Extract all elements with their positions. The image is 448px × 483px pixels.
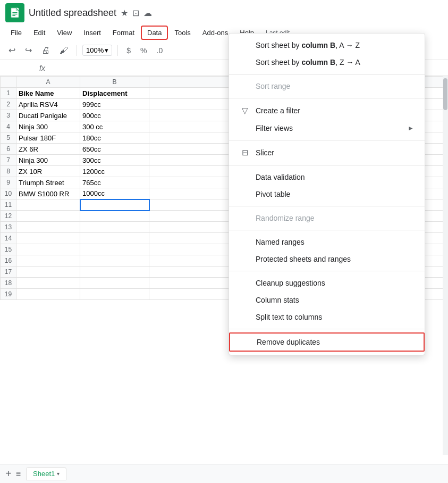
menu-label-sort-za: Sort sheet by column B, Z → A xyxy=(256,58,360,66)
cell-7-b[interactable]: 300cc xyxy=(80,155,149,166)
menu-icon-slicer: ⊟ xyxy=(240,148,250,157)
menu-addons[interactable]: Add-ons xyxy=(197,27,233,39)
row-number-16: 16 xyxy=(1,255,16,267)
row-number-5: 5 xyxy=(1,132,16,144)
cell-17-b[interactable] xyxy=(80,267,149,278)
cell-19-b[interactable] xyxy=(80,289,149,300)
menu-item-pivot-table[interactable]: Pivot table xyxy=(229,186,425,203)
menu-item-remove-duplicates[interactable]: Remove duplicates xyxy=(229,332,425,352)
menu-item-named-ranges[interactable]: Named ranges xyxy=(229,234,425,251)
cell-10-b[interactable]: 1000cc xyxy=(80,188,149,199)
row-number-18: 18 xyxy=(1,278,16,289)
cell-16-b[interactable] xyxy=(80,255,149,267)
toolbar-separator-2 xyxy=(117,45,118,56)
cell-14-a[interactable] xyxy=(16,233,80,244)
row-number-4: 4 xyxy=(1,121,16,132)
cell-9-a[interactable]: Triumph Street xyxy=(16,177,80,188)
menu-edit[interactable]: Edit xyxy=(28,27,50,39)
vertical-scrollbar[interactable] xyxy=(443,76,448,455)
sheet-tab-label: Sheet1 xyxy=(33,470,55,478)
row-number-13: 13 xyxy=(1,222,16,233)
menu-label-randomize-range: Randomize range xyxy=(256,214,315,222)
menu-label-pivot-table: Pivot table xyxy=(256,190,290,198)
add-sheet-button[interactable]: + xyxy=(5,468,12,480)
cell-6-a[interactable]: ZX 6R xyxy=(16,144,80,155)
row-number-15: 15 xyxy=(1,244,16,255)
cell-5-a[interactable]: Pulsar 180F xyxy=(16,132,80,144)
zoom-arrow-icon: ▾ xyxy=(105,46,108,54)
menu-view[interactable]: View xyxy=(52,27,77,39)
doc-title[interactable]: Untitled spreadsheet xyxy=(29,7,116,19)
cell-8-a[interactable]: ZX 10R xyxy=(16,166,80,177)
cell-7-a[interactable]: Ninja 300 xyxy=(16,155,80,166)
fx-label: fx xyxy=(36,64,48,72)
cell-15-b[interactable] xyxy=(80,244,149,255)
menu-item-split-text[interactable]: Split text to columns xyxy=(229,309,425,326)
sheet1-tab[interactable]: Sheet1 ▾ xyxy=(26,467,66,480)
svg-rect-2 xyxy=(12,12,17,13)
cell-12-a[interactable] xyxy=(16,211,80,222)
menu-label-filter-views: Filter views xyxy=(256,124,293,132)
sheet-tab-chevron: ▾ xyxy=(57,471,60,477)
cell-2-a[interactable]: Aprilia RSV4 xyxy=(16,99,80,110)
toolbar-separator-1 xyxy=(77,45,77,56)
menu-item-sort-za[interactable]: Sort sheet by column B, Z → A xyxy=(229,54,425,71)
data-dropdown-menu: Sort sheet by column B, A → ZSort sheet … xyxy=(229,33,425,355)
sheet-list-button[interactable]: ≡ xyxy=(16,469,21,479)
cell-11-b[interactable] xyxy=(80,199,149,211)
percent-button[interactable]: % xyxy=(137,44,150,57)
cell-13-b[interactable] xyxy=(80,222,149,233)
drive-icon[interactable]: ⊡ xyxy=(132,8,139,18)
menu-tools[interactable]: Tools xyxy=(169,27,196,39)
row-number-14: 14 xyxy=(1,233,16,244)
cell-18-b[interactable] xyxy=(80,278,149,289)
paint-format-button[interactable]: 🖌 xyxy=(56,44,71,57)
cell-5-b[interactable]: 180cc xyxy=(80,132,149,144)
cell-9-b[interactable]: 765cc xyxy=(80,177,149,188)
cell-13-a[interactable] xyxy=(16,222,80,233)
cell-18-a[interactable] xyxy=(16,278,80,289)
cell-6-b[interactable]: 650cc xyxy=(80,144,149,155)
zoom-control[interactable]: 100% ▾ xyxy=(82,45,112,56)
menu-item-protected-sheets[interactable]: Protected sheets and ranges xyxy=(229,251,425,268)
menu-item-cleanup[interactable]: Cleanup suggestions xyxy=(229,274,425,292)
star-icon[interactable]: ★ xyxy=(121,8,128,18)
cell-15-a[interactable] xyxy=(16,244,80,255)
cell-3-b[interactable]: 900cc xyxy=(80,110,149,121)
menu-format[interactable]: Format xyxy=(107,27,140,39)
menu-label-remove-duplicates: Remove duplicates xyxy=(257,338,320,346)
menu-item-sort-az[interactable]: Sort sheet by column B, A → Z xyxy=(229,37,425,54)
cell-3-a[interactable]: Ducati Panigale xyxy=(16,110,80,121)
currency-button[interactable]: $ xyxy=(123,44,134,57)
cell-8-b[interactable]: 1200cc xyxy=(80,166,149,177)
undo-button[interactable]: ↩ xyxy=(5,43,19,57)
menu-data[interactable]: Data xyxy=(141,26,168,40)
decimal-button[interactable]: .0 xyxy=(154,44,166,57)
cell-4-b[interactable]: 300 cc xyxy=(80,121,149,132)
menu-item-create-filter[interactable]: ▽Create a filter xyxy=(229,102,425,120)
menu-file[interactable]: File xyxy=(5,27,27,39)
menu-item-filter-views[interactable]: Filter views► xyxy=(229,120,425,137)
redo-button[interactable]: ↪ xyxy=(22,43,35,57)
col-header-b[interactable]: B xyxy=(80,77,149,88)
cell-1-b[interactable]: Displacement xyxy=(80,88,149,99)
scrollbar-thumb[interactable] xyxy=(443,78,447,110)
menu-item-column-stats[interactable]: Column stats xyxy=(229,292,425,309)
menu-insert[interactable]: Insert xyxy=(78,27,106,39)
cell-14-b[interactable] xyxy=(80,233,149,244)
cell-12-b[interactable] xyxy=(80,211,149,222)
cell-2-b[interactable]: 999cc xyxy=(80,99,149,110)
cell-10-a[interactable]: BMW S1000 RR xyxy=(16,188,80,199)
menu-item-data-validation[interactable]: Data validation xyxy=(229,169,425,186)
print-button[interactable]: 🖨 xyxy=(38,44,53,57)
cell-11-a[interactable] xyxy=(16,199,80,211)
col-header-a[interactable]: A xyxy=(16,77,80,88)
cell-19-a[interactable] xyxy=(16,289,80,300)
menu-item-slicer[interactable]: ⊟Slicer xyxy=(229,144,425,162)
cell-17-a[interactable] xyxy=(16,267,80,278)
cell-1-a[interactable]: Bike Name xyxy=(16,88,80,99)
cell-4-a[interactable]: Ninja 300 xyxy=(16,121,80,132)
cell-16-a[interactable] xyxy=(16,255,80,267)
cloud-icon[interactable]: ☁ xyxy=(143,8,152,18)
svg-rect-4 xyxy=(12,15,15,16)
